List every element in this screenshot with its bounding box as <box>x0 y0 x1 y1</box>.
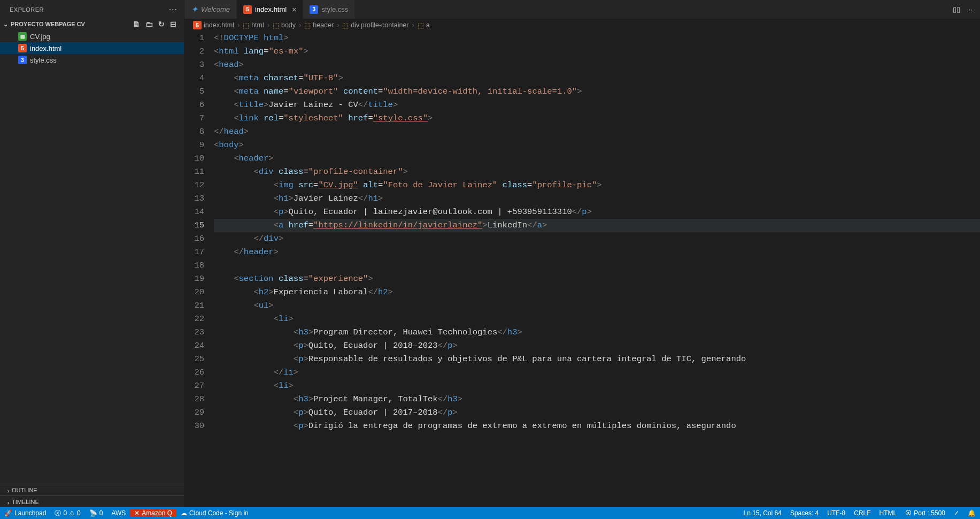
new-file-icon[interactable]: 🗎 <box>133 20 140 28</box>
file-tree: ▧ CV.jpg 5 index.html 3 style.css <box>0 29 184 484</box>
refresh-icon[interactable]: ↻ <box>158 20 165 28</box>
status-aws[interactable]: AWS <box>107 509 130 517</box>
symbol-icon: ⬚ <box>273 21 279 29</box>
status-label: Ln 15, Col 64 <box>744 509 782 517</box>
warning-icon: ⚠ <box>69 509 75 517</box>
breadcrumb-sep: › <box>299 21 301 29</box>
status-label: CRLF <box>854 509 870 517</box>
file-label: index.html <box>30 44 61 52</box>
check-icon: ✓ <box>954 509 959 517</box>
crumb-label: div.profile-container <box>351 21 408 29</box>
chevron-down-icon: ⌄ <box>3 21 11 28</box>
status-amazon-q[interactable]: ✕Amazon Q <box>130 509 176 517</box>
timeline-panel[interactable]: ⌄ TIMELINE <box>0 495 184 507</box>
status-label: 0 <box>63 509 67 517</box>
status-label: Spaces: 4 <box>790 509 819 517</box>
chevron-right-icon: ⌄ <box>4 486 11 494</box>
status-label: Amazon Q <box>142 509 172 517</box>
crumb-label: body <box>281 21 296 29</box>
more-actions-icon[interactable]: ··· <box>967 5 973 13</box>
status-label: Launchpad <box>14 509 46 517</box>
tab-index-html[interactable]: 5 index.html × <box>237 0 303 19</box>
status-problems[interactable]: ⓧ0⚠0 <box>50 509 84 518</box>
breadcrumb-sep: › <box>267 21 269 29</box>
status-launchpad[interactable]: 🚀Launchpad <box>0 509 50 517</box>
close-icon: ✕ <box>134 509 140 517</box>
status-label: Cloud Code - Sign in <box>189 509 249 517</box>
line-gutter: 1234567891011121314151617181920212223242… <box>184 32 214 507</box>
error-icon: ⓧ <box>55 509 61 518</box>
html-icon: 5 <box>243 5 252 14</box>
collapse-icon[interactable]: ⊟ <box>170 20 176 28</box>
html-icon: 5 <box>18 44 27 52</box>
crumb-label: html <box>251 21 264 29</box>
status-eol[interactable]: CRLF <box>850 509 875 517</box>
status-lncol[interactable]: Ln 15, Col 64 <box>739 509 786 517</box>
crumb-label: index.html <box>204 21 234 29</box>
timeline-label: TIMELINE <box>12 499 39 505</box>
tab-label: Welcome <box>201 5 230 13</box>
tab-label: index.html <box>255 5 287 13</box>
breadcrumb-sep: › <box>337 21 339 29</box>
file-label: CV.jpg <box>30 33 50 41</box>
status-encoding[interactable]: UTF-8 <box>823 509 850 517</box>
outline-label: OUTLINE <box>12 487 37 493</box>
crumb-label: header <box>313 21 334 29</box>
symbol-icon: ⬚ <box>418 21 424 29</box>
cloud-icon: ☁ <box>181 509 187 517</box>
status-cloud-code[interactable]: ☁Cloud Code - Sign in <box>176 509 253 517</box>
html-icon: 5 <box>193 21 202 29</box>
crumb-label: a <box>426 21 430 29</box>
new-folder-icon[interactable]: 🗀 <box>145 20 153 28</box>
radio-icon: 📡 <box>89 509 97 517</box>
explorer-sidebar: EXPLORER ··· ⌄ PROYECTO WEBPAGE CV 🗎 🗀 ↻… <box>0 0 184 507</box>
status-live-server[interactable]: ⦿Port : 5500 <box>901 509 950 517</box>
breadcrumb-sep: › <box>412 21 414 29</box>
image-icon: ▧ <box>18 32 27 41</box>
status-ports[interactable]: 📡0 <box>85 509 107 517</box>
status-notifications[interactable]: 🔔 <box>963 509 980 517</box>
css-icon: 3 <box>310 5 318 14</box>
status-label: HTML <box>879 509 897 517</box>
status-label: Port : 5500 <box>914 509 945 517</box>
code-editor[interactable]: 1234567891011121314151617181920212223242… <box>184 32 980 507</box>
split-editor-icon[interactable]: ▯▯ <box>953 5 960 13</box>
broadcast-icon: ⦿ <box>905 509 912 517</box>
status-bar: 🚀Launchpad ⓧ0⚠0 📡0 AWS ✕Amazon Q ☁Cloud … <box>0 507 980 519</box>
project-name: PROYECTO WEBPAGE CV <box>11 21 85 27</box>
crumb[interactable]: ⬚header <box>304 21 334 29</box>
tab-bar: ✦Welcome 5 index.html × 3 style.css ▯▯ ·… <box>184 0 980 19</box>
status-spaces[interactable]: Spaces: 4 <box>786 509 823 517</box>
tab-style-css[interactable]: 3 style.css <box>303 0 355 19</box>
chevron-right-icon: ⌄ <box>4 498 11 506</box>
file-cv-jpg[interactable]: ▧ CV.jpg <box>0 30 184 42</box>
vscode-icon: ✦ <box>191 4 198 14</box>
symbol-icon: ⬚ <box>342 21 349 29</box>
tab-label: style.css <box>321 5 348 13</box>
outline-panel[interactable]: ⌄ OUTLINE <box>0 484 184 495</box>
breadcrumb-sep: › <box>237 21 240 29</box>
file-index-html[interactable]: 5 index.html <box>0 42 184 54</box>
project-section-header[interactable]: ⌄ PROYECTO WEBPAGE CV 🗎 🗀 ↻ ⊟ <box>0 19 184 29</box>
editor-area: ✦Welcome 5 index.html × 3 style.css ▯▯ ·… <box>184 0 980 507</box>
css-icon: 3 <box>18 56 27 64</box>
symbol-icon: ⬚ <box>304 21 311 29</box>
status-label: AWS <box>111 509 126 517</box>
status-label: UTF-8 <box>827 509 845 517</box>
file-style-css[interactable]: 3 style.css <box>0 54 184 66</box>
status-label: 0 <box>99 509 103 517</box>
crumb[interactable]: ⬚body <box>273 21 296 29</box>
bell-icon: 🔔 <box>968 509 976 517</box>
close-icon[interactable]: × <box>292 5 296 14</box>
file-label: style.css <box>30 56 57 64</box>
tab-welcome[interactable]: ✦Welcome <box>184 0 237 19</box>
status-label: 0 <box>77 509 81 517</box>
crumb[interactable]: ⬚div.profile-container <box>342 21 408 29</box>
crumb[interactable]: ⬚html <box>243 21 264 29</box>
crumb[interactable]: ⬚a <box>418 21 430 29</box>
status-prettier[interactable]: ✓ <box>950 509 963 517</box>
crumb[interactable]: 5index.html <box>193 21 234 29</box>
code-content[interactable]: <!DOCTYPE html><html lang="es-mx"><head>… <box>214 32 980 507</box>
explorer-more-icon[interactable]: ··· <box>169 5 178 14</box>
status-language[interactable]: HTML <box>875 509 901 517</box>
